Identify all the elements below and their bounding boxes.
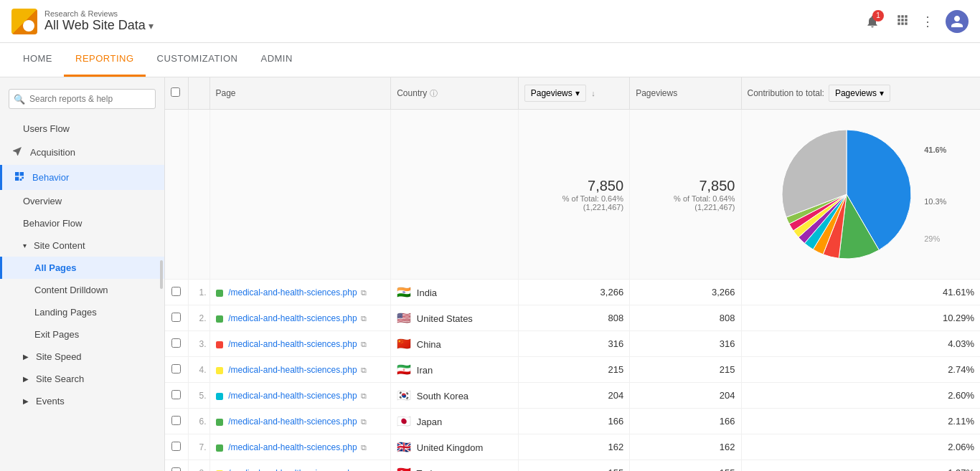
collapse-bar [160,260,163,289]
table-row: 3. /medical-and-health-sciences.php ⧉ 🇨🇳… [165,331,980,357]
page-link[interactable]: /medical-and-health-sciences.php [228,391,357,401]
row-pv-ctrl-cell: 316 [518,331,629,357]
more-button[interactable]: ⋮ [921,14,934,29]
page-color-dot [216,393,223,400]
page-copy-icon[interactable]: ⧉ [361,417,367,426]
sidebar-item-site-content[interactable]: ▾ Site Content [0,234,164,257]
row-pv-cell: 316 [630,331,741,357]
sort-arrow-icon[interactable]: ↓ [591,89,595,97]
row-pv-ctrl-cell: 3,266 [518,280,629,305]
row-checkbox-cell [165,331,188,357]
site-search-label: Site Search [36,374,84,384]
contrib-dropdown[interactable]: Pageviews ▾ [829,85,890,102]
row-contrib-cell: 2.11% [741,409,980,434]
avatar[interactable] [946,10,969,33]
page-copy-icon[interactable]: ⧉ [361,391,367,400]
row-checkbox-2[interactable] [171,338,181,348]
header-left: Research & Reviews All Web Site Data ▾ [11,9,154,34]
row-pv-cell: 155 [630,460,741,472]
row-checkbox-0[interactable] [171,287,181,296]
country-name: United States [417,313,473,324]
page-color-dot [216,315,223,323]
page-copy-icon[interactable]: ⧉ [361,288,367,297]
page-copy-icon[interactable]: ⧉ [361,340,367,348]
tab-reporting[interactable]: REPORTING [64,42,146,77]
tab-home[interactable]: HOME [11,42,64,77]
page-link[interactable]: /medical-and-health-sciences.php [228,313,357,323]
sidebar-item-site-speed[interactable]: ▶ Site Speed [0,346,164,368]
row-checkbox-5[interactable] [171,416,181,425]
page-link[interactable]: /medical-and-health-sciences.php [228,287,357,298]
country-name: Japan [417,417,442,427]
th-pageviews-ctrl: Pageviews ▾ ↓ [518,77,629,110]
sidebar-item-acquisition[interactable]: Acquisition [0,140,164,165]
tab-customization[interactable]: CUSTOMIZATION [146,42,250,77]
row-pv-cell: 808 [630,305,741,331]
header-dropdown-arrow[interactable]: ▾ [149,20,154,32]
page-copy-icon[interactable]: ⧉ [361,443,367,452]
sidebar: 🔍 Users Flow Acquisition Behavior [0,77,165,471]
page-link[interactable]: /medical-and-health-sciences.php [228,468,357,471]
header-title-text: All Web Site Data [44,18,146,33]
row-checkbox-4[interactable] [171,390,181,399]
row-country-cell: 🇮🇳 India [391,280,519,305]
summary-num-cell [188,110,209,280]
acquisition-label: Acquisition [30,147,75,158]
country-name: China [417,339,441,350]
tab-admin[interactable]: ADMIN [249,42,303,77]
th-contrib: Contribution to total: Pageviews ▾ [741,77,980,110]
summary-pageviews-main: 7,850 [524,178,623,194]
row-checkbox-1[interactable] [171,313,181,322]
sidebar-search-container: 🔍 [9,89,156,109]
header-title: All Web Site Data ▾ [44,18,154,33]
page-color-dot [216,341,223,348]
events-label: Events [36,396,65,406]
row-country-cell: 🇯🇵 Japan [391,409,519,434]
row-pv-ctrl-cell: 162 [518,434,629,460]
site-content-label: Site Content [34,240,85,251]
sidebar-item-landing-pages[interactable]: Landing Pages [0,301,164,323]
page-copy-icon[interactable]: ⧉ [361,366,367,374]
sidebar-item-users-flow[interactable]: Users Flow [0,118,164,140]
sidebar-item-overview[interactable]: Overview [0,190,164,212]
row-checkbox-7[interactable] [171,467,181,472]
page-copy-icon[interactable]: ⧉ [361,314,367,323]
sidebar-item-events[interactable]: ▶ Events [0,390,164,412]
content-drilldown-label: Content Drilldown [34,285,108,295]
row-num-cell: 6. [188,409,209,434]
sidebar-item-content-drilldown[interactable]: Content Drilldown [0,279,164,301]
behavior-icon [14,171,27,184]
pageviews-ctrl-label: Pageviews [531,88,573,98]
acquisition-icon [11,146,24,159]
apps-button[interactable] [895,13,910,29]
page-link[interactable]: /medical-and-health-sciences.php [228,339,357,349]
content-area: Page Country ⓘ Pageviews ▾ ↓ Pag [165,77,980,471]
sidebar-item-exit-pages[interactable]: Exit Pages [0,323,164,346]
country-info-icon[interactable]: ⓘ [430,89,438,97]
apps-icon [895,13,910,27]
summary-country-cell [391,110,519,280]
row-num-cell: 1. [188,280,209,305]
pageviews-dropdown[interactable]: Pageviews ▾ [524,85,586,102]
row-checkbox-3[interactable] [171,364,181,374]
sidebar-item-behavior-flow[interactable]: Behavior Flow [0,212,164,234]
select-all-checkbox[interactable] [171,87,180,97]
page-color-dot [216,419,223,426]
page-link[interactable]: /medical-and-health-sciences.php [228,365,357,375]
table-row: 2. /medical-and-health-sciences.php ⧉ 🇺🇸… [165,305,980,331]
sidebar-item-site-search[interactable]: ▶ Site Search [0,368,164,390]
sidebar-item-behavior[interactable]: Behavior [0,165,164,190]
row-checkbox-6[interactable] [171,442,181,451]
data-table: Page Country ⓘ Pageviews ▾ ↓ Pag [165,77,980,471]
table-row: 7. /medical-and-health-sciences.php ⧉ 🇬🇧… [165,434,980,460]
country-flag: 🇺🇸 [397,312,411,324]
page-link[interactable]: /medical-and-health-sciences.php [228,442,357,452]
country-flag: 🇮🇳 [397,286,411,298]
logo-icon [11,9,37,34]
notifications-button[interactable]: 1 [861,10,884,33]
sidebar-collapse-handle[interactable] [159,77,164,471]
sidebar-item-all-pages[interactable]: All Pages [0,257,164,279]
page-link[interactable]: /medical-and-health-sciences.php [228,417,357,427]
search-input[interactable] [9,89,156,109]
row-num-cell: 4. [188,357,209,383]
